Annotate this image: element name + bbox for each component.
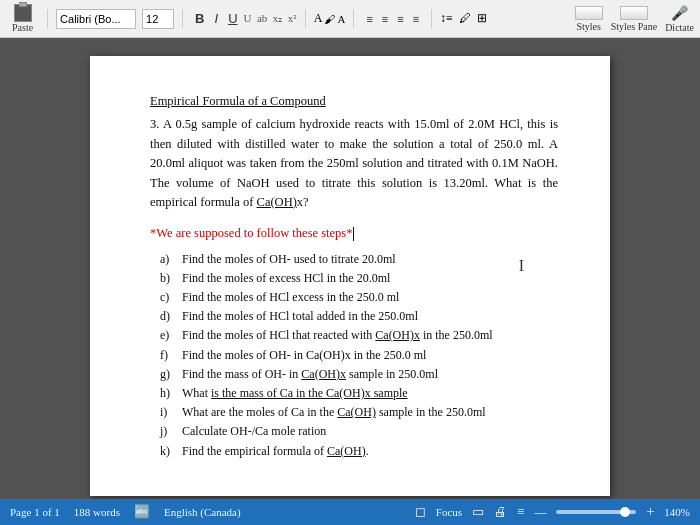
dictate-button[interactable]: 🎤 Dictate	[665, 5, 694, 33]
document-title: Empirical Formula of a Compound	[150, 92, 558, 111]
formula-g: Ca(OH)x	[301, 367, 346, 381]
status-right: ◻ Focus ▭ 🖨 ≡ — + 140%	[415, 504, 690, 520]
page-info: Page 1 of 1	[10, 506, 60, 518]
text-color-group: A 🖌 A	[314, 11, 346, 26]
shading-icon: 🖊	[459, 11, 471, 26]
highlight-label: 🖌 A	[324, 13, 345, 25]
step-h: h) What is the mass of Ca in the Ca(OH)x…	[160, 384, 558, 403]
separator-5	[431, 9, 432, 29]
align-group: ≡ ≡ ≡ ≡	[362, 11, 423, 27]
dictate-label: Dictate	[665, 22, 694, 33]
step-g-text: Find the mass of OH- in Ca(OH)x sample i…	[182, 365, 438, 384]
body-paragraph: 3. A 0.5g sample of calcium hydroxide re…	[150, 115, 558, 212]
document-body: 3. A 0.5g sample of calcium hydroxide re…	[150, 115, 558, 212]
line-spacing-icon: ↕≡	[440, 11, 453, 26]
step-k-label: k)	[160, 442, 178, 461]
step-j-text: Calculate OH-/Ca mole ration	[182, 422, 326, 441]
step-f: f) Find the moles of OH- in Ca(OH)x in t…	[160, 346, 558, 365]
font-size-selector[interactable]	[142, 9, 174, 29]
step-h-text: What is the mass of Ca in the Ca(OH)x sa…	[182, 384, 408, 403]
language[interactable]: English (Canada)	[164, 506, 241, 518]
step-b-label: b)	[160, 269, 178, 288]
step-j-label: j)	[160, 422, 178, 441]
align-center-button[interactable]: ≡	[378, 11, 392, 27]
step-e: e) Find the moles of HCl that reacted wi…	[160, 326, 558, 345]
word-count: 188 words	[74, 506, 120, 518]
align-justify-button[interactable]: ≡	[409, 11, 423, 27]
zoom-slider[interactable]	[556, 510, 636, 514]
separator-3	[305, 9, 306, 29]
step-a: a) Find the moles of OH- used to titrate…	[160, 250, 558, 269]
step-b: b) Find the moles of excess HCl in the 2…	[160, 269, 558, 288]
step-a-label: a)	[160, 250, 178, 269]
bold-button[interactable]: B	[191, 9, 208, 28]
document-page: Empirical Formula of a Compound 3. A 0.5…	[90, 56, 610, 496]
view-print-icon[interactable]: 🖨	[494, 504, 507, 520]
steps-list: a) Find the moles of OH- used to titrate…	[150, 250, 558, 461]
step-g-label: g)	[160, 365, 178, 384]
styles-pane-button[interactable]: Styles Pane	[611, 6, 657, 32]
view-read-icon[interactable]: ▭	[472, 504, 484, 520]
zoom-level: 140%	[664, 506, 690, 518]
step-h-label: h)	[160, 384, 178, 403]
zoom-out-icon[interactable]: —	[534, 505, 546, 520]
zoom-in-icon[interactable]: +	[646, 504, 654, 520]
step-j: j) Calculate OH-/Ca mole ration	[160, 422, 558, 441]
step-e-text: Find the moles of HCl that reacted with …	[182, 326, 493, 345]
text-cursor	[353, 227, 354, 241]
status-left: Page 1 of 1 188 words 🔤 English (Canada)	[10, 504, 241, 520]
step-f-text: Find the moles of OH- in Ca(OH)x in the …	[182, 346, 426, 365]
step-d-label: d)	[160, 307, 178, 326]
step-d-text: Find the moles of HCl total added in the…	[182, 307, 418, 326]
step-e-label: e)	[160, 326, 178, 345]
formula-e: Ca(OH)x	[375, 328, 420, 342]
step-i: i) What are the moles of Ca in the Ca(OH…	[160, 403, 558, 422]
separator-2	[182, 9, 183, 29]
zoom-thumb	[620, 507, 630, 517]
font-color-label: A	[314, 11, 323, 26]
formula-ca: Ca(OH)	[257, 195, 297, 209]
format-extra: U ab x₂ x²	[244, 12, 297, 25]
step-c-text: Find the moles of HCl excess in the 250.…	[182, 288, 399, 307]
align-right-button[interactable]: ≡	[393, 11, 407, 27]
step-b-text: Find the moles of excess HCl in the 20.0…	[182, 269, 390, 288]
italic-button[interactable]: I	[211, 9, 223, 28]
border-icon: ⊞	[477, 11, 487, 26]
styles-label: Styles	[577, 21, 601, 32]
toolbar: Paste B I U U ab x₂ x² A 🖌 A ≡ ≡ ≡ ≡ ↕≡ …	[0, 0, 700, 38]
step-k-text: Find the empirical formula of Ca(OH).	[182, 442, 369, 461]
status-bar: Page 1 of 1 188 words 🔤 English (Canada)…	[0, 499, 700, 525]
align-left-button[interactable]: ≡	[362, 11, 376, 27]
separator	[47, 9, 48, 29]
step-d: d) Find the moles of HCl total added in …	[160, 307, 558, 326]
focus-icon[interactable]: ◻	[415, 504, 426, 520]
view-web-icon[interactable]: ≡	[517, 504, 524, 520]
document-wrapper: Empirical Formula of a Compound 3. A 0.5…	[0, 38, 700, 499]
paste-button[interactable]: Paste	[6, 2, 39, 35]
right-tools: Styles Styles Pane 🎤 Dictate	[575, 5, 694, 33]
formula-k: Ca(OH)	[327, 444, 366, 458]
focus-label[interactable]: Focus	[436, 506, 462, 518]
step-f-label: f)	[160, 346, 178, 365]
font-selector[interactable]	[56, 9, 136, 29]
paste-label: Paste	[12, 22, 33, 33]
step-k: k) Find the empirical formula of Ca(OH).	[160, 442, 558, 461]
step-a-text: Find the moles of OH- used to titrate 20…	[182, 250, 396, 269]
step-i-label: i)	[160, 403, 178, 422]
underline-is: is the mass of Ca in the Ca(OH)x sample	[211, 386, 408, 400]
step-c-label: c)	[160, 288, 178, 307]
separator-4	[353, 9, 354, 29]
styles-button[interactable]: Styles	[575, 6, 603, 32]
note-text: *We are supposed to follow these steps*	[150, 224, 558, 243]
underline-button[interactable]: U	[224, 9, 241, 28]
step-i-text: What are the moles of Ca in the Ca(OH) s…	[182, 403, 486, 422]
step-c: c) Find the moles of HCl excess in the 2…	[160, 288, 558, 307]
proofing-icon[interactable]: 🔤	[134, 504, 150, 520]
format-group: B I U U ab x₂ x²	[191, 9, 297, 28]
styles-pane-label: Styles Pane	[611, 21, 657, 32]
step-g: g) Find the mass of OH- in Ca(OH)x sampl…	[160, 365, 558, 384]
formula-i: Ca(OH)	[337, 405, 376, 419]
